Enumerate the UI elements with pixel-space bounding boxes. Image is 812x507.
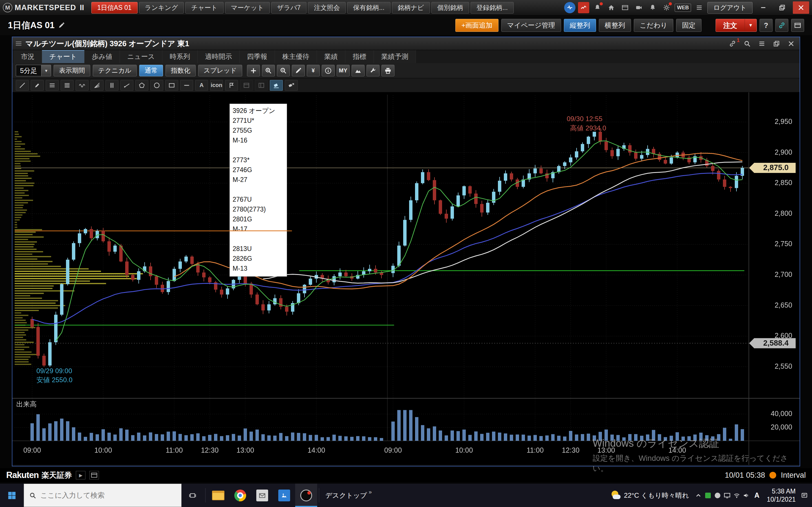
candlestick-chart-canvas[interactable]: [12, 93, 800, 465]
ime-mode-indicator[interactable]: A: [751, 491, 763, 499]
menu-tab-9[interactable]: 個別銘柄: [432, 2, 469, 13]
task-view-button[interactable]: [182, 484, 204, 507]
chevron-down-icon[interactable]: ▼: [745, 19, 756, 32]
window-tab-3[interactable]: 歩み値: [85, 50, 120, 63]
action-center-icon[interactable]: [800, 492, 809, 499]
window-minimize-button[interactable]: [755, 1, 771, 14]
indexed-mode-button[interactable]: 指数化: [165, 65, 196, 76]
fan-button[interactable]: [91, 80, 103, 91]
start-button[interactable]: [0, 484, 24, 507]
chart-area[interactable]: 3926 オープン 2771U* 2755G M-16 2773* 2746G …: [12, 93, 800, 465]
technical-button[interactable]: テクニカル: [93, 65, 137, 76]
tray-app-circle-icon[interactable]: [713, 493, 722, 498]
h-lines-button[interactable]: [46, 80, 59, 91]
kodawari-button[interactable]: こだわり: [634, 19, 673, 32]
bell-icon[interactable]: [647, 2, 658, 13]
panel-icon[interactable]: [89, 471, 99, 480]
menu-tab-8[interactable]: 銘柄ナビ: [392, 2, 430, 13]
window-tab-10[interactable]: 指標: [345, 50, 374, 63]
mail-button[interactable]: [251, 484, 273, 507]
wave-button[interactable]: [75, 80, 89, 91]
window-tab-2[interactable]: チャート: [42, 50, 85, 63]
file-explorer-button[interactable]: [207, 484, 229, 507]
icon-stamp-button[interactable]: icon: [210, 80, 223, 91]
tray-app-green-icon[interactable]: [703, 493, 713, 498]
circle-button[interactable]: [150, 80, 163, 91]
alert-icon[interactable]: [592, 2, 603, 13]
v-lines-button[interactable]: [105, 80, 118, 91]
panel-a-button[interactable]: [240, 80, 253, 91]
trend-line-button[interactable]: [16, 80, 29, 91]
search-input[interactable]: [40, 491, 176, 499]
pencil-button[interactable]: [292, 65, 305, 76]
timeframe-select[interactable]: 5分足 ▼: [16, 65, 51, 76]
window-tab-1[interactable]: 市況: [13, 50, 42, 63]
window-titlebar[interactable]: マルチツール(個別銘柄) 3926 オープンドア 東1 1: [12, 37, 800, 50]
weather-widget[interactable]: 22°C くもり時々晴れ: [606, 491, 694, 500]
chrome-button[interactable]: [229, 484, 251, 507]
printer-button[interactable]: [382, 65, 395, 76]
pentagon-button[interactable]: [135, 80, 148, 91]
volume-tray-icon[interactable]: [742, 492, 751, 499]
display-tray-icon[interactable]: [722, 492, 732, 499]
panel-icon[interactable]: [619, 2, 631, 13]
mypage-manage-button[interactable]: マイページ管理: [501, 19, 561, 32]
window-tab-7[interactable]: 四季報: [240, 50, 275, 63]
search-icon[interactable]: [742, 39, 752, 49]
add-screen-button[interactable]: +画面追加: [455, 19, 498, 32]
logout-button[interactable]: ログアウト: [707, 2, 753, 13]
menu-icon[interactable]: [694, 2, 705, 13]
menu-tab-10[interactable]: 登録銘柄...: [470, 2, 514, 13]
order-button[interactable]: 注文 ▼: [716, 19, 757, 32]
flag-button[interactable]: [225, 80, 238, 91]
link-icon[interactable]: 1: [727, 39, 738, 49]
link-mode-button[interactable]: [775, 19, 788, 32]
info-button[interactable]: [322, 65, 335, 76]
menu-tab-2[interactable]: ランキング: [139, 2, 184, 13]
menu-tab-3[interactable]: チャート: [185, 2, 223, 13]
web-link-badge[interactable]: WEB: [675, 4, 691, 12]
display-period-button[interactable]: 表示期間: [54, 65, 90, 76]
gear-icon[interactable]: [661, 2, 672, 13]
yen-button[interactable]: ¥: [307, 65, 320, 76]
plus-button[interactable]: [247, 65, 260, 76]
menu-tab-4[interactable]: マーケット: [225, 2, 270, 13]
window-popout-icon[interactable]: [771, 39, 781, 49]
video-icon[interactable]: [633, 2, 645, 13]
tile-horizontal-button[interactable]: 横整列: [599, 19, 631, 32]
marker-button[interactable]: [31, 80, 44, 91]
window-close-icon[interactable]: [786, 39, 796, 49]
help-button[interactable]: ?: [760, 19, 772, 32]
menu-tab-7[interactable]: 保有銘柄...: [347, 2, 390, 13]
tray-expand-icon[interactable]: [694, 492, 703, 499]
zoom-out-button[interactable]: [277, 65, 290, 76]
window-tab-8[interactable]: 株主優待: [275, 50, 317, 63]
window-tab-9[interactable]: 業績: [317, 50, 345, 63]
mountain-button[interactable]: [352, 65, 364, 76]
my-button[interactable]: MY: [337, 65, 350, 76]
window-close-button[interactable]: [793, 1, 809, 14]
h-line-button[interactable]: [180, 80, 193, 91]
pin-layout-button[interactable]: 固定: [676, 19, 702, 32]
play-icon[interactable]: ▶: [76, 471, 86, 480]
panel-b-button[interactable]: [255, 80, 268, 91]
photos-button[interactable]: [273, 484, 295, 507]
window-maximize-button[interactable]: [774, 1, 790, 14]
home-icon[interactable]: [606, 2, 617, 13]
network-tray-icon[interactable]: [732, 492, 742, 499]
ray-button[interactable]: [120, 80, 133, 91]
tile-vertical-button[interactable]: 縦整列: [564, 19, 596, 32]
pulse-icon[interactable]: [564, 2, 575, 13]
wrench-button[interactable]: [366, 65, 379, 76]
rectangle-button[interactable]: [165, 80, 178, 91]
window-menu-icon[interactable]: [757, 39, 767, 49]
eraser-all-button[interactable]: [285, 80, 298, 91]
h-lines-dense-button[interactable]: [61, 80, 73, 91]
window-tab-11[interactable]: 業績予測: [374, 50, 416, 63]
quote-icon[interactable]: [578, 2, 589, 13]
zoom-in-button[interactable]: [262, 65, 275, 76]
spread-mode-button[interactable]: スプレッド: [198, 65, 242, 76]
eraser-button[interactable]: [270, 80, 283, 91]
window-tab-6[interactable]: 適時開示: [198, 50, 240, 63]
normal-mode-button[interactable]: 通常: [139, 65, 163, 76]
